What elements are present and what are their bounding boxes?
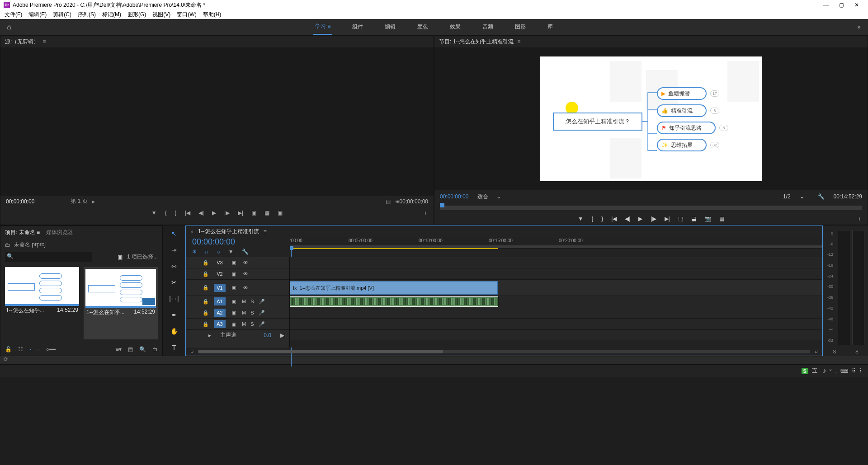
audio-meter-right[interactable] (852, 230, 865, 345)
prg-add-marker-button[interactable]: ▼ (578, 216, 583, 222)
solo-button[interactable]: S (250, 299, 254, 304)
new-item-icon[interactable]: ▣ (118, 254, 123, 260)
program-scrubber[interactable] (440, 206, 862, 210)
track-header-a3[interactable]: 🔒A3▣MS🎤 (186, 318, 289, 329)
workspace-tab-color[interactable]: 颜色 (415, 19, 430, 34)
source-view-icon[interactable]: ▤ (386, 198, 391, 205)
chevron-down-icon[interactable]: ⌄ (800, 193, 804, 200)
pen-tool[interactable]: ✒ (169, 310, 179, 320)
timeline-playhead[interactable] (290, 246, 293, 250)
timeline-tab-close[interactable]: × (190, 229, 193, 235)
workspace-tab-graphics[interactable]: 图形 (513, 19, 528, 34)
list-view-icon[interactable]: ☷ (18, 346, 23, 352)
program-timecode[interactable]: 00:00:00:00 (440, 193, 468, 200)
selection-tool[interactable]: ↖ (169, 228, 179, 239)
skip-icon[interactable]: ▶| (280, 332, 286, 338)
expand-icon[interactable]: ▸ (208, 332, 211, 338)
ime-text[interactable]: 五 (812, 367, 817, 375)
find-icon[interactable]: 🔍 (139, 346, 146, 352)
sync-icon[interactable]: ⟳ (0, 356, 8, 362)
timeline-timecode[interactable]: 00:00:00:00 (186, 237, 290, 247)
prg-step-back-button[interactable]: ◀| (625, 216, 630, 222)
snap-icon[interactable]: ❄ (192, 249, 197, 255)
source-page-next-icon[interactable]: ▸ (92, 198, 95, 205)
linked-selection-icon[interactable]: ⟐ (217, 249, 220, 255)
mute-button[interactable]: M (242, 299, 246, 304)
freeform-view-icon[interactable]: ▫ (38, 346, 39, 352)
project-tab-media-browser[interactable]: 媒体浏览器 (46, 229, 73, 236)
mark-out-button[interactable]: } (175, 210, 177, 216)
menu-sequence[interactable]: 序列(S) (76, 11, 98, 19)
video-clip[interactable]: fx1--怎么在知乎上精准引流.mp4 [V] (290, 281, 498, 295)
new-bin-icon[interactable]: 🗀 (152, 346, 158, 352)
track-master[interactable] (290, 329, 822, 340)
settings-icon[interactable]: 🔧 (242, 249, 249, 255)
track-select-tool[interactable]: ⇥ (169, 244, 179, 255)
voice-over-icon[interactable]: 🎤 (259, 299, 265, 305)
lock-icon[interactable]: 🔒 (202, 299, 209, 305)
ripple-edit-tool[interactable]: ⇿ (169, 261, 179, 272)
eye-icon[interactable]: 👁 (242, 271, 249, 277)
track-header-a1[interactable]: 🔒A1▣MS🎤 (186, 296, 289, 307)
hand-tool[interactable]: ✋ (169, 326, 179, 337)
prg-export-frame-button[interactable]: 📷 (704, 216, 711, 222)
moon-icon[interactable]: ☽ (821, 368, 826, 374)
program-panel-menu[interactable]: ≡ (517, 38, 520, 45)
track-v3[interactable] (290, 257, 822, 268)
mark-in-button[interactable]: { (165, 210, 167, 216)
timeline-sequence-name[interactable]: 1--怎么在知乎上精准引流 (198, 228, 259, 235)
timeline-zoom-scrollbar[interactable] (198, 350, 810, 353)
type-tool[interactable]: T (169, 342, 179, 353)
weather-icon[interactable]: ° (830, 368, 832, 374)
track-v1[interactable]: fx1--怎么在知乎上精准引流.mp4 [V] (290, 279, 822, 296)
maximize-button[interactable]: ▢ (834, 2, 849, 8)
prg-compare-button[interactable]: ▦ (719, 216, 724, 222)
prg-mark-in-button[interactable]: { (591, 216, 593, 222)
project-item[interactable]: 1--怎么在知乎...14:52:29 (84, 267, 158, 339)
insert-button[interactable]: ▣ (251, 210, 256, 216)
home-button[interactable]: ⌂ (0, 23, 18, 31)
chevron-down-icon[interactable]: ⌄ (496, 193, 501, 200)
prg-go-out-button[interactable]: ▶| (665, 216, 670, 222)
workspace-tab-effects[interactable]: 效果 (448, 19, 462, 34)
sync-lock-icon[interactable]: ▣ (230, 299, 237, 305)
lock-icon[interactable]: 🔓 (5, 346, 12, 352)
track-a1[interactable] (290, 296, 822, 307)
source-timecode-right[interactable]: 00;00;00;00 (400, 198, 428, 205)
sync-lock-icon[interactable]: ▣ (230, 321, 237, 327)
sync-lock-icon[interactable]: ▣ (230, 260, 237, 266)
lock-icon[interactable]: 🔒 (202, 260, 209, 266)
step-back-button[interactable]: ◀| (198, 210, 204, 216)
play-button[interactable]: ▶ (212, 210, 216, 216)
eye-icon[interactable]: 👁 (242, 285, 249, 291)
sync-lock-icon[interactable]: ▣ (230, 310, 237, 316)
automate-icon[interactable]: ▤ (128, 346, 133, 352)
ime-indicator[interactable]: S (802, 368, 808, 374)
solo-button[interactable]: S (250, 310, 254, 315)
source-add-button[interactable]: ＋ (423, 209, 428, 217)
prg-go-in-button[interactable]: |◀ (611, 216, 617, 222)
grid-icon[interactable]: ⠿ (852, 368, 856, 374)
sort-icon[interactable]: ≡▾ (116, 346, 122, 352)
solo-left-button[interactable]: S (833, 349, 836, 354)
lock-icon[interactable]: 🔒 (202, 271, 209, 277)
mute-button[interactable]: M (242, 310, 246, 315)
track-header-v2[interactable]: 🔒V2▣👁 (186, 268, 289, 279)
keyboard-icon[interactable]: ⌨ (840, 368, 848, 374)
export-frame-button[interactable]: ▣ (278, 210, 283, 216)
prg-add-button[interactable]: ＋ (857, 215, 862, 223)
menu-clip[interactable]: 剪辑(C) (51, 11, 73, 19)
eye-icon[interactable]: 👁 (242, 260, 249, 265)
track-header-v1[interactable]: 🔒V1▣👁 (186, 279, 289, 296)
marker-icon[interactable]: ▼ (228, 249, 234, 255)
audio-clip[interactable] (290, 297, 498, 306)
source-drag-icon[interactable]: ⇼ (395, 198, 400, 205)
prg-extract-button[interactable]: ⬓ (691, 216, 696, 222)
menu-file[interactable]: 文件(F) (3, 11, 24, 19)
track-a3[interactable] (290, 318, 822, 329)
track-v2[interactable] (290, 268, 822, 279)
source-panel-menu[interactable]: ≡ (42, 38, 46, 45)
timeline-tab-menu[interactable]: ≡ (264, 229, 267, 235)
track-header-master[interactable]: ▸主声道0.0▶| (186, 329, 289, 340)
prg-step-forward-button[interactable]: |▶ (651, 216, 656, 222)
